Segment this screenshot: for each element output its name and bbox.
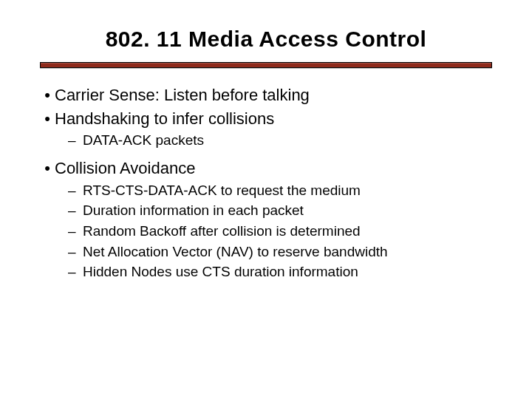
bullet-icon: • [40, 108, 55, 130]
bullet-item: • Carrier Sense: Listen before talking [40, 84, 492, 106]
dash-icon: – [68, 201, 83, 220]
dash-icon: – [68, 262, 83, 282]
sub-bullet-item: – RTS-CTS-DATA-ACK to request the medium [68, 181, 492, 200]
sub-bullet-text: DATA-ACK packets [83, 131, 204, 150]
sub-bullet-item: – Net Allocation Vector (NAV) to reserve… [68, 242, 492, 262]
slide-title: 802. 11 Media Access Control [40, 27, 492, 52]
bullet-item: • Collision Avoidance [40, 157, 492, 180]
dash-icon: – [68, 222, 83, 241]
slide: 802. 11 Media Access Control • Carrier S… [0, 0, 532, 399]
bullet-icon: • [40, 157, 55, 180]
sub-bullet-item: – Duration information in each packet [68, 201, 492, 220]
bullet-item: • Handshaking to infer collisions [40, 108, 492, 130]
dash-icon: – [68, 242, 83, 262]
sub-bullet-text: Net Allocation Vector (NAV) to reserve b… [83, 242, 388, 262]
sub-bullet-text: Duration information in each packet [83, 201, 304, 220]
sub-bullet-text: Random Backoff after collision is determ… [83, 222, 361, 241]
sub-bullet-item: – Random Backoff after collision is dete… [68, 222, 492, 241]
dash-icon: – [68, 181, 83, 200]
bullet-text: Collision Avoidance [55, 157, 195, 180]
sub-bullet-item: – DATA-ACK packets [68, 131, 492, 150]
sub-bullet-text: RTS-CTS-DATA-ACK to request the medium [83, 181, 361, 200]
bullet-icon: • [40, 84, 55, 106]
sub-bullet-text: Hidden Nodes use CTS duration informatio… [83, 262, 358, 282]
bullet-text: Handshaking to infer collisions [55, 108, 274, 130]
slide-body: • Carrier Sense: Listen before talking •… [40, 84, 492, 282]
bullet-text: Carrier Sense: Listen before talking [55, 84, 310, 106]
sub-bullet-item: – Hidden Nodes use CTS duration informat… [68, 262, 492, 282]
title-rule [40, 62, 492, 68]
dash-icon: – [68, 131, 83, 150]
